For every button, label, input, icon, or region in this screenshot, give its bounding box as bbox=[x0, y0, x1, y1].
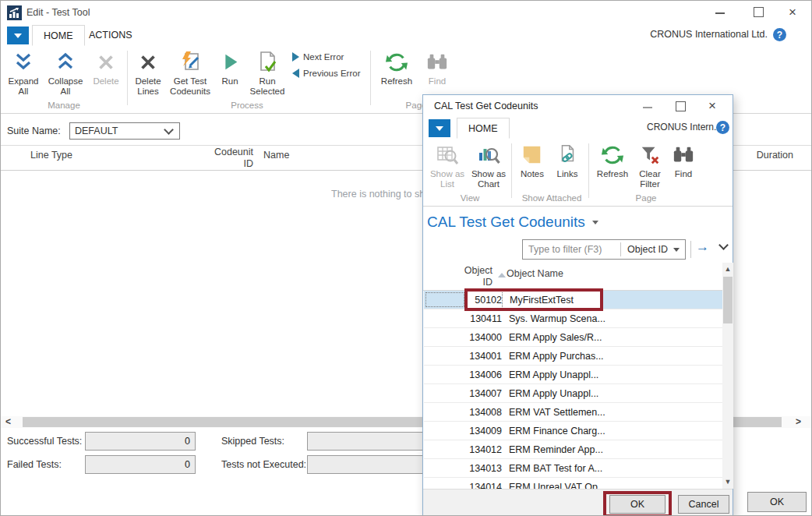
object-id-cell[interactable]: 134000 bbox=[466, 332, 502, 343]
object-name-cell[interactable]: ERM Finance Charg... bbox=[502, 426, 723, 436]
close-icon[interactable]: × bbox=[708, 99, 716, 112]
expand-all-button[interactable]: Expand All bbox=[2, 49, 44, 97]
scroll-down-icon[interactable]: ▼ bbox=[722, 476, 733, 487]
object-id-cell[interactable]: 134013 bbox=[466, 463, 502, 474]
ribbon-separator bbox=[370, 51, 371, 105]
clear-filter-button[interactable]: Clear Filter bbox=[634, 142, 666, 189]
ribbon-group-page: Page bbox=[593, 193, 699, 203]
column-name[interactable]: Name bbox=[263, 150, 289, 161]
column-object-name[interactable]: Object Name bbox=[507, 268, 563, 279]
list-row[interactable]: 134009ERM Finance Charg... bbox=[424, 422, 723, 440]
row-selector-cell[interactable] bbox=[424, 459, 466, 477]
collapse-all-button[interactable]: Collapse All bbox=[44, 49, 86, 97]
vertical-scrollbar[interactable]: ▲ ▼ bbox=[722, 263, 733, 489]
row-selector-cell[interactable] bbox=[424, 440, 466, 458]
list-row[interactable]: 134000ERM Apply Sales/R... bbox=[424, 328, 723, 347]
column-line-type[interactable]: Line Type bbox=[30, 150, 72, 161]
row-selector-cell[interactable] bbox=[424, 366, 466, 383]
list-row[interactable]: 134006ERM Apply Unappl... bbox=[424, 366, 723, 384]
list-row[interactable]: 134001ERM Apply Purchas... bbox=[424, 347, 723, 366]
list-row[interactable]: 134007ERM Apply Unappl... bbox=[424, 384, 723, 403]
object-id-cell[interactable]: 134007 bbox=[466, 388, 502, 399]
list-row[interactable]: 134008ERM VAT Settlemen... bbox=[424, 403, 723, 422]
list-row[interactable]: 130411Sys. Warmup Scena... bbox=[424, 309, 723, 328]
object-name-cell[interactable]: ERM Apply Purchas... bbox=[502, 351, 723, 362]
dialog-cancel-button[interactable]: Cancel bbox=[678, 495, 729, 514]
filter-field-caret-icon[interactable] bbox=[673, 248, 680, 252]
object-name-cell[interactable]: ERM Apply Sales/R... bbox=[502, 332, 723, 343]
list-row[interactable]: 134012ERM Reminder App... bbox=[424, 440, 723, 459]
object-id-cell[interactable]: 130411 bbox=[466, 313, 502, 324]
list-row[interactable]: 50102MyFirstExtTest bbox=[424, 291, 723, 309]
object-name-cell[interactable]: ERM Apply Unappl... bbox=[502, 369, 723, 380]
scrollbar-thumb[interactable] bbox=[723, 277, 733, 323]
application-menu-button[interactable] bbox=[429, 119, 450, 137]
row-selector-cell[interactable] bbox=[424, 328, 466, 346]
collapse-all-icon bbox=[44, 49, 86, 75]
notes-button[interactable]: Notes bbox=[515, 142, 549, 179]
delete-lines-button[interactable]: Delete Lines bbox=[130, 49, 166, 97]
help-icon[interactable]: ? bbox=[773, 28, 786, 41]
row-selector-cell[interactable] bbox=[424, 384, 466, 402]
minimize-icon[interactable] bbox=[715, 10, 725, 14]
close-icon[interactable]: × bbox=[789, 5, 796, 19]
successful-tests-label: Successful Tests: bbox=[7, 436, 82, 447]
object-id-cell[interactable]: 134008 bbox=[466, 407, 502, 418]
scroll-up-icon[interactable]: ▲ bbox=[722, 263, 733, 274]
row-selector-cell[interactable] bbox=[424, 309, 466, 327]
page-title: CAL Test Get Codeunits bbox=[427, 214, 585, 231]
tab-actions[interactable]: ACTIONS bbox=[78, 25, 143, 46]
filter-field-selector[interactable]: Object ID bbox=[621, 244, 673, 255]
row-selector-cell[interactable] bbox=[424, 422, 466, 440]
object-name-cell[interactable]: MyFirstExtTest bbox=[502, 291, 603, 309]
refresh-button[interactable]: Refresh bbox=[375, 49, 418, 87]
suite-name-combobox[interactable]: DEFAULT bbox=[69, 122, 180, 140]
object-name-cell[interactable]: Sys. Warmup Scena... bbox=[502, 313, 723, 324]
application-menu-button[interactable] bbox=[7, 27, 29, 44]
ribbon-separator bbox=[511, 143, 512, 198]
page-title-caret-icon[interactable] bbox=[592, 221, 598, 224]
run-button[interactable]: Run bbox=[214, 49, 245, 87]
help-icon[interactable]: ? bbox=[716, 121, 729, 134]
refresh-button[interactable]: Refresh bbox=[593, 142, 632, 179]
object-id-cell[interactable]: 134006 bbox=[466, 369, 502, 380]
find-button[interactable]: Find bbox=[420, 49, 454, 87]
object-name-cell[interactable]: ERM BAT Test for A... bbox=[502, 463, 723, 474]
maximize-icon[interactable] bbox=[754, 7, 764, 17]
get-test-codeunits-button[interactable]: Get Test Codeunits bbox=[168, 49, 213, 97]
object-id-cell[interactable]: 134001 bbox=[466, 351, 502, 362]
object-id-cell[interactable]: 134012 bbox=[466, 444, 502, 455]
ribbon-group-view: View bbox=[429, 193, 511, 203]
object-name-cell[interactable]: ERM VAT Settlemen... bbox=[502, 407, 723, 418]
minimize-icon[interactable] bbox=[643, 104, 652, 108]
links-button[interactable]: Links bbox=[551, 142, 584, 179]
object-name-cell[interactable]: ERM Apply Unappl... bbox=[502, 388, 723, 399]
row-selector-cell[interactable] bbox=[424, 347, 466, 365]
expand-filter-icon[interactable] bbox=[718, 240, 729, 250]
column-object-id[interactable]: Object ID bbox=[452, 265, 492, 288]
skipped-tests-field bbox=[307, 432, 437, 451]
run-selected-button[interactable]: Run Selected bbox=[245, 49, 289, 97]
object-name-cell[interactable]: ERM Reminder App... bbox=[502, 444, 723, 455]
tab-home[interactable]: HOME bbox=[32, 25, 85, 46]
object-id-cell[interactable]: 134009 bbox=[466, 426, 502, 436]
tab-home[interactable]: HOME bbox=[457, 118, 510, 139]
maximize-icon[interactable] bbox=[676, 101, 686, 111]
dialog-footer: OK Cancel bbox=[423, 489, 733, 516]
dialog-ok-button[interactable]: OK bbox=[609, 495, 665, 514]
previous-error-button[interactable]: Previous Error bbox=[292, 69, 361, 78]
next-error-button[interactable]: Next Error bbox=[292, 52, 344, 62]
list-row[interactable]: 134013ERM BAT Test for A... bbox=[424, 459, 723, 478]
show-as-chart-button[interactable]: Show as Chart bbox=[468, 142, 510, 189]
row-selector-cell[interactable] bbox=[424, 403, 466, 421]
column-duration[interactable]: Duration bbox=[745, 150, 793, 161]
row-selector-cell[interactable] bbox=[424, 291, 466, 309]
object-id-cell[interactable]: 50102 bbox=[466, 291, 502, 309]
filter-go-icon[interactable]: → bbox=[696, 239, 709, 255]
find-button[interactable]: Find bbox=[668, 142, 699, 179]
scroll-left-icon[interactable]: < bbox=[5, 416, 11, 428]
scroll-right-icon[interactable]: > bbox=[796, 416, 801, 428]
filter-input[interactable] bbox=[523, 243, 620, 256]
main-ok-button[interactable]: OK bbox=[747, 492, 807, 512]
column-codeunit-id[interactable]: Codeunit ID bbox=[205, 147, 253, 170]
